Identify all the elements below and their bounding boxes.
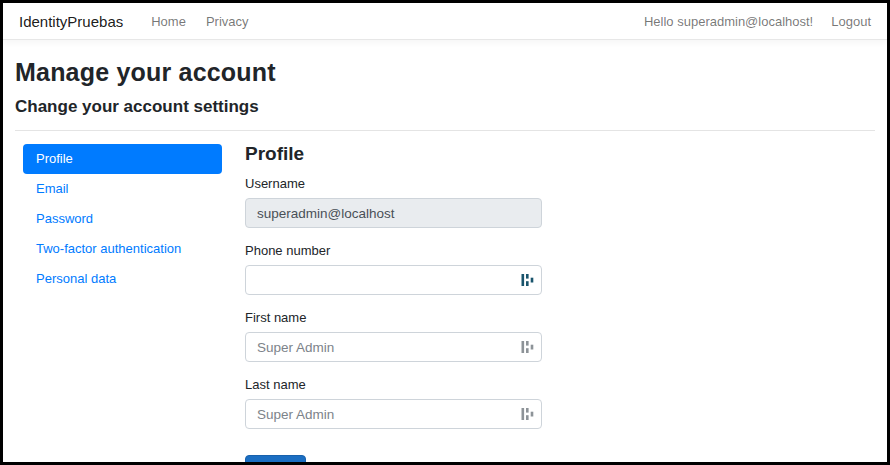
phone-group: Phone number — [245, 243, 542, 295]
sidebar-item-two-factor[interactable]: Two-factor authentication — [23, 234, 222, 264]
autofill-icon[interactable] — [521, 408, 534, 421]
save-button[interactable]: Save — [245, 455, 306, 465]
first-name-group: First name — [245, 310, 542, 362]
main-content: Manage your account Change your account … — [3, 40, 887, 465]
sidebar-item-password[interactable]: Password — [23, 204, 222, 234]
nav-link-home[interactable]: Home — [151, 14, 186, 29]
account-manage-page: IdentityPruebas Home Privacy Hello super… — [0, 0, 890, 465]
username-group: Username — [245, 176, 542, 228]
form-title: Profile — [245, 143, 542, 165]
phone-label: Phone number — [245, 243, 542, 258]
first-name-label: First name — [245, 310, 542, 325]
manage-nav-sidebar: Profile Email Password Two-factor authen… — [23, 144, 222, 465]
phone-field[interactable] — [245, 265, 542, 295]
last-name-field[interactable] — [245, 399, 542, 429]
top-navbar: IdentityPruebas Home Privacy Hello super… — [3, 3, 887, 40]
profile-form: Profile Username Phone number — [245, 144, 542, 465]
brand-link[interactable]: IdentityPruebas — [19, 13, 123, 30]
content-row: Profile Email Password Two-factor authen… — [15, 144, 875, 465]
user-greeting: Hello superadmin@localhost! — [644, 14, 813, 29]
header-divider — [15, 130, 875, 131]
autofill-icon[interactable] — [521, 341, 534, 354]
first-name-field[interactable] — [245, 332, 542, 362]
last-name-group: Last name — [245, 377, 542, 429]
sidebar-item-profile[interactable]: Profile — [23, 144, 222, 174]
last-name-label: Last name — [245, 377, 542, 392]
username-field — [245, 198, 542, 228]
username-label: Username — [245, 176, 542, 191]
nav-link-privacy[interactable]: Privacy — [206, 14, 249, 29]
sidebar-item-email[interactable]: Email — [23, 174, 222, 204]
autofill-icon[interactable] — [521, 274, 534, 287]
page-subtitle: Change your account settings — [15, 97, 875, 117]
page-title: Manage your account — [15, 58, 875, 87]
sidebar-item-personal-data[interactable]: Personal data — [23, 264, 222, 294]
logout-button[interactable]: Logout — [831, 14, 871, 29]
